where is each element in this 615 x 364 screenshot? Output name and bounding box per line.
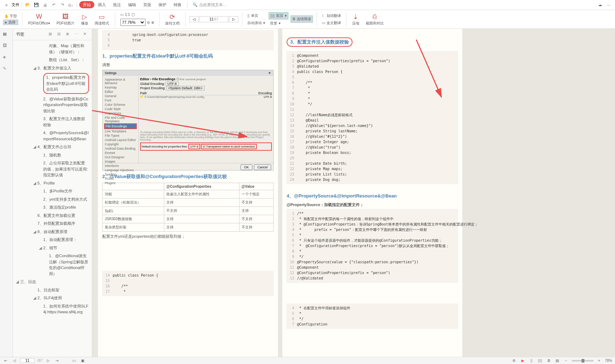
- fit-width-icon[interactable]: ▭: [120, 13, 124, 17]
- play-button[interactable]: ▷播放: [79, 12, 90, 27]
- bookmark-item[interactable]: ◢8、自动配置原理: [13, 228, 92, 236]
- bookmark-options-icon[interactable]: ⋯: [75, 32, 80, 37]
- page-num[interactable]: 11: [209, 17, 213, 21]
- continuous-button[interactable]: ≣连续阅读: [291, 15, 313, 23]
- bookmark-item[interactable]: 2、占位符获取之前配置的值，如果没有可以是用:指定默认值: [13, 159, 92, 179]
- menu-tab[interactable]: 转换: [170, 1, 185, 8]
- hand-icon: ✋: [4, 14, 9, 18]
- bookmark-item[interactable]: ◢三、日志: [13, 278, 92, 286]
- continuous-icon: ≣: [292, 17, 295, 21]
- bookmark-item[interactable]: 1、日志框架: [13, 286, 92, 294]
- bookmarks-tab-icon[interactable]: ▤: [3, 32, 10, 39]
- close-panel-icon[interactable]: ✕: [83, 32, 89, 37]
- menu-tab[interactable]: 编辑: [125, 1, 140, 8]
- hand-tool[interactable]: ✋手型: [3, 13, 18, 19]
- bookmark-item[interactable]: 1、@Conditional派生注解（Spring注解版原生的@Conditio…: [13, 252, 92, 278]
- zoom-out-icon[interactable]: ⊖: [147, 21, 150, 24]
- undo-icon[interactable]: ↶: [50, 1, 57, 9]
- read-mode-button[interactable]: ▭阅读模式: [93, 12, 111, 27]
- bookmark-item[interactable]: 3、配置文件注入值数据校验: [13, 115, 92, 129]
- search-icon: 🔍: [193, 3, 198, 7]
- bookmark-item[interactable]: 1、多Profile文件: [13, 187, 92, 195]
- menu-tab[interactable]: 保护: [155, 1, 170, 8]
- bookmark-item[interactable]: ◢2、细节: [13, 244, 92, 252]
- double-page-icon: ▯▯: [270, 14, 275, 18]
- bookmark-item[interactable]: ◢2、SLF4j使用: [13, 294, 92, 302]
- bookmarks-title: 书签: [16, 31, 46, 37]
- translate-icon: ☾: [322, 14, 325, 18]
- comments-tab-icon[interactable]: ✎: [3, 66, 10, 73]
- attachments-tab-icon[interactable]: ◈: [3, 55, 10, 62]
- bookmark-item[interactable]: 1、properties配置文件在idea中默认utf-8可能会乱码: [13, 72, 92, 95]
- rotate-icon: ⟳: [170, 13, 175, 21]
- background-button[interactable]: 背景▾: [269, 20, 288, 27]
- bookmark-item[interactable]: 数组（List、Set）：: [13, 56, 92, 64]
- thumbnails-tab-icon[interactable]: 🖼: [3, 43, 10, 50]
- menu-tab[interactable]: 页面: [140, 1, 155, 8]
- auto-scroll-button[interactable]: 自动滚动▾: [246, 20, 266, 26]
- pdf-page-left: 4 spring-boot-configuration-processor5 t…: [98, 29, 278, 357]
- settings-cancel-button: Cancel: [254, 164, 271, 170]
- settings-dialog-image: Settings✕ Appearance & BehaviorKeymapEdi…: [102, 70, 274, 170]
- print-icon[interactable]: 🖨: [41, 1, 49, 9]
- menu-tab[interactable]: 批注: [109, 1, 125, 8]
- bookmark-item[interactable]: 7、外部配置加载顺序: [13, 219, 92, 228]
- redo-icon[interactable]: ↷: [59, 1, 66, 9]
- export-icon[interactable]: ⎙▾: [67, 1, 75, 9]
- bookmark-item[interactable]: 1、自动配置原理：: [13, 236, 92, 244]
- compress-button[interactable]: ⇣压缩: [350, 12, 362, 27]
- search-box[interactable]: 🔍 点此查找文本…: [193, 2, 227, 8]
- single-page-button[interactable]: ▯单页: [246, 13, 266, 19]
- chevron-up-icon[interactable]: ︿: [605, 1, 612, 9]
- rotate-button[interactable]: ⟳旋转文档: [163, 12, 182, 27]
- menu-tab[interactable]: 开始: [79, 1, 94, 8]
- bookmark-item[interactable]: 3、激活指定profile: [13, 203, 92, 211]
- bookmark-item[interactable]: ◢3、配置文件值注入: [13, 64, 92, 72]
- fit-actual-icon[interactable]: 1:1: [125, 13, 130, 17]
- image-icon: 🖼: [62, 13, 69, 21]
- heading-1: 1、properties配置文件在idea中默认utf-8可能会乱码: [102, 53, 274, 59]
- bookmark-item[interactable]: 1、如何在系统中使用SLF4j https://www.slf4j.org: [13, 302, 92, 316]
- prev-page-button[interactable]: ◁: [189, 16, 199, 22]
- cursor-icon: ➤: [4, 21, 7, 24]
- bookmark-item[interactable]: ◢5、Profile: [13, 179, 92, 187]
- double-page-button[interactable]: ▯▯双页▾: [269, 12, 288, 19]
- menu-bar: ≡ 文件 📂 💾 🖨 ↶ ↷ ⎙▾ 开始插入批注编辑页面保护转换 🔍 点此查找文…: [0, 0, 615, 10]
- menu-tab[interactable]: 插入: [94, 1, 109, 8]
- full-translate-button[interactable]: ▭全文翻译: [320, 20, 342, 26]
- page-nav: ◁ 11/87 ▷: [189, 16, 238, 22]
- bookmark-item[interactable]: 对象、Map（属性和值）（键值对）：: [13, 42, 92, 56]
- zoom-in-icon[interactable]: ⊕: [151, 21, 154, 24]
- word-icon: W: [36, 13, 42, 21]
- bookmark-item[interactable]: 4、@PropertySource&@ImportResource&@Bean: [13, 129, 92, 143]
- screenshot-button[interactable]: ⎙截图和对比: [364, 12, 386, 27]
- pdf-to-office-button[interactable]: WPDF转Office▾: [26, 12, 52, 27]
- bookmark-item[interactable]: 2、@Value获取值和@ConfigurationProperties获取值比…: [13, 95, 92, 115]
- expand-all-icon[interactable]: ⊞: [49, 32, 54, 37]
- bookmark-item[interactable]: 1、随机数: [13, 151, 92, 159]
- toolbar: ✋手型 ➤选择 WPDF转Office▾ 🖼PDF转图片 ▷播放 ▭阅读模式 ▭…: [0, 10, 615, 29]
- select-tool[interactable]: ➤选择: [3, 19, 18, 25]
- play-icon: ▷: [82, 13, 87, 21]
- bookmarks-panel: 书签 ⊞ ⊟ ⊕ ⋯ ✕ 对象、Map（属性和值）（键值对）：数组（List、S…: [13, 29, 92, 357]
- collapse-all-icon[interactable]: ⊟: [57, 32, 63, 37]
- word-translate-button[interactable]: ☾划词翻译: [320, 13, 342, 19]
- menu-icon[interactable]: ≡: [3, 1, 10, 9]
- next-page-button[interactable]: ▷: [229, 16, 238, 22]
- bookmark-item[interactable]: 2、yml支持多文档块方式: [13, 195, 92, 204]
- comparison-table: @ConfigurationProperties@Value功能批量注入配置文件…: [102, 183, 274, 232]
- zoom-select[interactable]: 77.76%: [120, 19, 145, 26]
- translate-all-icon: ▭: [322, 21, 325, 25]
- bookmark-item[interactable]: 6、配置文件加载位置: [13, 211, 92, 220]
- bookmark-item[interactable]: ◢4、配置文件占位符: [13, 143, 92, 151]
- heading-3: 3、配置文件注入值数据校验: [287, 37, 353, 47]
- document-viewport[interactable]: 4 spring-boot-configuration-processor5 t…: [92, 29, 615, 357]
- save-icon[interactable]: 💾: [33, 1, 40, 9]
- pdf-to-img-button[interactable]: 🖼PDF转图片: [54, 12, 77, 27]
- add-bookmark-icon[interactable]: ⊕: [66, 32, 72, 37]
- open-icon[interactable]: 📂: [24, 1, 31, 9]
- fit-page-icon[interactable]: ▢: [131, 13, 135, 17]
- settings-ok-button: OK: [241, 164, 252, 170]
- cloud-icon[interactable]: ☁: [596, 1, 603, 9]
- file-menu[interactable]: 文件: [12, 2, 19, 8]
